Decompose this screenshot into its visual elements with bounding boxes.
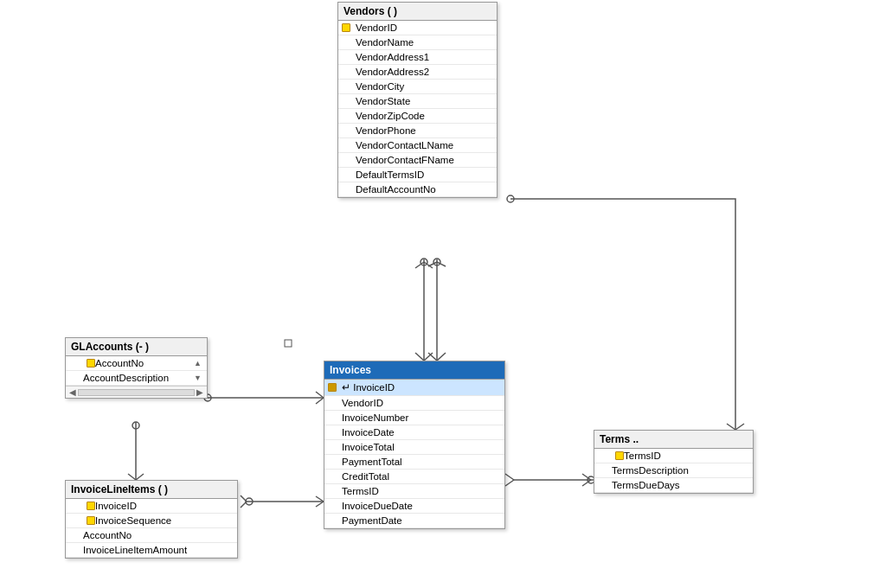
svg-line-34 <box>582 480 591 486</box>
vendors-field-vendorcity[interactable]: VendorCity <box>338 80 497 94</box>
svg-point-20 <box>132 422 139 429</box>
invoices-table-header: Invoices <box>324 361 504 380</box>
svg-line-17 <box>316 392 324 398</box>
svg-line-5 <box>424 262 433 268</box>
invoicelineitems-table: InvoiceLineItems ( ) InvoiceID InvoiceSe… <box>65 480 238 559</box>
svg-line-8 <box>428 262 437 266</box>
invoices-field-invoiceid[interactable]: ↵ InvoiceID <box>324 380 504 396</box>
svg-line-4 <box>415 262 424 268</box>
svg-line-26 <box>241 502 247 508</box>
vendors-field-vendorstate[interactable]: VendorState <box>338 94 497 109</box>
terms-table-body: TermsID TermsDescription TermsDueDays <box>594 449 753 493</box>
glaccounts-table: GLAccounts (- ) AccountNo ▲ AccountDescr… <box>65 337 208 399</box>
horizontal-scrollbar[interactable]: ◀ ▶ <box>66 386 207 398</box>
pk-icon <box>328 383 337 392</box>
svg-line-28 <box>316 502 324 507</box>
svg-line-25 <box>241 495 247 502</box>
invoices-field-paymenttotal[interactable]: PaymentTotal <box>324 455 504 470</box>
invoices-field-invoicenumber[interactable]: InvoiceNumber <box>324 411 504 425</box>
invoicelineitems-table-header: InvoiceLineItems ( ) <box>66 481 237 499</box>
invoicelineitems-field-invoiceid[interactable]: InvoiceID <box>66 499 237 514</box>
vendors-field-vendorzipcode[interactable]: VendorZipCode <box>338 109 497 124</box>
vendors-table: Vendors ( ) VendorID VendorName VendorAd… <box>337 2 498 198</box>
pk-icon <box>342 23 350 32</box>
vendors-field-defaultaccountno[interactable]: DefaultAccountNo <box>338 182 497 197</box>
vendors-table-header: Vendors ( ) <box>338 3 497 21</box>
svg-line-18 <box>316 398 324 404</box>
pk-icon <box>87 516 95 525</box>
vendors-field-vendorid[interactable]: VendorID <box>338 21 497 35</box>
scroll-track[interactable] <box>78 389 195 396</box>
vendors-field-vendorcontactlname[interactable]: VendorContactLName <box>338 138 497 153</box>
terms-table: Terms .. TermsID TermsDescription TermsD… <box>594 430 754 494</box>
pk-icon <box>87 502 95 510</box>
vendors-table-body: VendorID VendorName VendorAddress1 Vendo… <box>338 21 497 197</box>
vendors-field-vendorphone[interactable]: VendorPhone <box>338 124 497 138</box>
terms-field-termsdescription[interactable]: TermsDescription <box>594 463 753 478</box>
svg-line-21 <box>128 474 136 480</box>
vendors-field-vendoraddress2[interactable]: VendorAddress2 <box>338 65 497 80</box>
terms-field-termsdudays[interactable]: TermsDueDays <box>594 478 753 493</box>
svg-line-27 <box>316 496 324 502</box>
glaccounts-field-accountno[interactable]: AccountNo ▲ <box>66 356 207 371</box>
glaccounts-field-accountdescription[interactable]: AccountDescription ▼ <box>66 371 207 386</box>
pk-icon <box>87 359 95 368</box>
scroll-up-arrow[interactable]: ▲ <box>194 359 202 368</box>
scroll-down-arrow[interactable]: ▼ <box>194 374 202 382</box>
svg-line-14 <box>735 424 744 430</box>
invoicelineitems-field-accountno[interactable]: AccountNo <box>66 528 237 543</box>
glaccounts-table-body: AccountNo ▲ AccountDescription ▼ ◀ ▶ <box>66 356 207 398</box>
svg-rect-35 <box>285 340 292 347</box>
svg-point-12 <box>507 195 514 202</box>
invoices-field-paymentdate[interactable]: PaymentDate <box>324 514 504 528</box>
invoices-field-invoicedate[interactable]: InvoiceDate <box>324 425 504 440</box>
svg-line-10 <box>428 353 437 361</box>
svg-line-13 <box>727 424 735 430</box>
svg-line-2 <box>424 353 433 361</box>
vendors-field-vendoraddress1[interactable]: VendorAddress1 <box>338 50 497 65</box>
vendors-field-vendorcontactfname[interactable]: VendorContactFName <box>338 153 497 168</box>
svg-line-30 <box>505 474 514 480</box>
invoicelineitems-field-invoicelineitemamount[interactable]: InvoiceLineItemAmount <box>66 543 237 558</box>
diagram-canvas: Vendors ( ) VendorID VendorName VendorAd… <box>0 0 886 588</box>
invoices-field-invoiceduedate[interactable]: InvoiceDueDate <box>324 499 504 514</box>
invoices-field-invoicetotal[interactable]: InvoiceTotal <box>324 440 504 455</box>
invoices-table: Invoices ↵ InvoiceID VendorID InvoiceNum… <box>324 361 505 529</box>
invoices-field-termsid[interactable]: TermsID <box>324 484 504 499</box>
svg-line-1 <box>415 353 424 361</box>
vendors-field-vendorname[interactable]: VendorName <box>338 35 497 50</box>
scroll-left-arrow[interactable]: ◀ <box>69 387 76 397</box>
svg-line-11 <box>437 353 446 361</box>
glaccounts-table-header: GLAccounts (- ) <box>66 338 207 356</box>
svg-line-22 <box>136 474 144 480</box>
svg-point-3 <box>421 259 427 265</box>
invoicelineitems-table-body: InvoiceID InvoiceSequence AccountNo Invo… <box>66 499 237 558</box>
invoices-field-credittotal[interactable]: CreditTotal <box>324 470 504 484</box>
terms-field-termsid[interactable]: TermsID <box>594 449 753 463</box>
vendors-field-defaulttermsid[interactable]: DefaultTermsID <box>338 168 497 182</box>
svg-point-24 <box>246 498 253 505</box>
invoicelineitems-field-invoicesequence[interactable]: InvoiceSequence <box>66 514 237 528</box>
invoices-table-body: ↵ InvoiceID VendorID InvoiceNumber Invoi… <box>324 380 504 528</box>
svg-line-33 <box>582 474 591 480</box>
pk-icon <box>615 451 624 460</box>
terms-table-header: Terms .. <box>594 431 753 449</box>
svg-line-31 <box>505 480 514 486</box>
svg-line-9 <box>437 262 446 266</box>
svg-point-7 <box>433 259 440 265</box>
scroll-right-arrow[interactable]: ▶ <box>196 387 203 397</box>
invoices-field-vendorid[interactable]: VendorID <box>324 396 504 411</box>
